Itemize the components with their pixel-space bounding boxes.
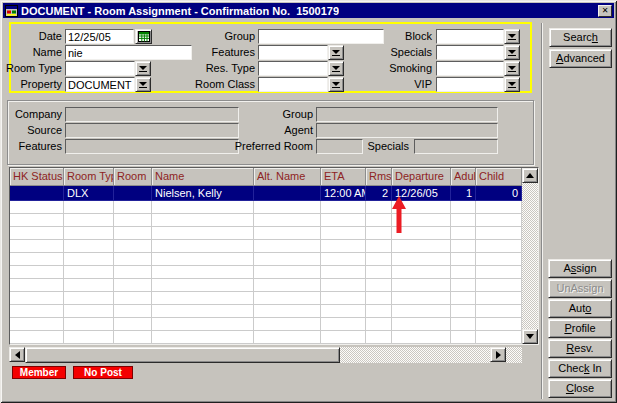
table-cell-empty xyxy=(10,279,64,292)
table-row-empty[interactable] xyxy=(10,227,538,240)
table-cell-empty xyxy=(366,331,392,344)
header-rms: Rms xyxy=(366,168,392,186)
table-cell-empty xyxy=(254,253,321,266)
resv-button[interactable]: Resv. xyxy=(548,339,612,358)
table-cell-empty xyxy=(152,305,254,318)
table-cell-empty xyxy=(451,227,476,240)
table-cell-empty xyxy=(152,292,254,305)
room-class-dropdown-button[interactable] xyxy=(328,77,344,92)
room-type-input[interactable] xyxy=(65,61,135,76)
table-cell-empty xyxy=(152,279,254,292)
res-type-dropdown-button[interactable] xyxy=(328,61,344,76)
chevron-down-icon xyxy=(508,82,516,86)
block-dropdown-button[interactable] xyxy=(504,29,520,44)
table-cell-empty xyxy=(366,318,392,331)
table-cell-empty xyxy=(10,214,64,227)
date-input[interactable] xyxy=(65,29,134,44)
calendar-button[interactable] xyxy=(135,29,152,44)
table-cell-empty xyxy=(451,318,476,331)
cell-child: 0 xyxy=(476,186,522,201)
smoking-dropdown-button[interactable] xyxy=(504,61,520,76)
table-row-empty[interactable] xyxy=(10,240,538,253)
table-cell-empty xyxy=(321,201,366,214)
name-input[interactable] xyxy=(65,45,192,60)
vip-dropdown-button[interactable] xyxy=(504,77,520,92)
room-type-dropdown-button[interactable] xyxy=(135,61,151,76)
table-cell-empty xyxy=(321,253,366,266)
scroll-up-button[interactable] xyxy=(522,168,538,183)
title-bar[interactable]: DOCUMENT - Room Assignment - Confirmatio… xyxy=(3,3,614,18)
check-in-button[interactable]: Check In xyxy=(548,359,612,378)
profile-button[interactable]: Profile xyxy=(548,319,612,338)
group-input[interactable] xyxy=(258,29,384,44)
table-row-empty[interactable] xyxy=(10,266,538,279)
chevron-down-icon xyxy=(332,50,340,54)
table-cell-empty xyxy=(64,253,114,266)
chevron-down-icon xyxy=(508,34,516,38)
info-features-label: Features xyxy=(2,140,62,153)
scroll-left-button[interactable] xyxy=(9,347,25,362)
header-name: Name xyxy=(152,168,254,186)
table-row-empty[interactable] xyxy=(10,279,538,292)
vertical-scroll-track[interactable] xyxy=(522,183,538,329)
table-cell-empty xyxy=(64,279,114,292)
table-row-empty[interactable] xyxy=(10,318,538,331)
preferred-room-field xyxy=(316,139,363,154)
table-cell-empty xyxy=(254,201,321,214)
features-input[interactable] xyxy=(258,45,328,60)
auto-button[interactable]: Auto xyxy=(548,299,612,318)
specials-input[interactable] xyxy=(436,45,504,60)
calendar-icon xyxy=(138,31,150,42)
table-row-empty[interactable] xyxy=(10,201,538,214)
table-cell-empty xyxy=(366,253,392,266)
table-cell-empty xyxy=(392,279,451,292)
close-button[interactable]: Close xyxy=(548,379,612,398)
horizontal-scroll-thumb[interactable] xyxy=(25,347,340,363)
table-cell-empty xyxy=(476,292,522,305)
table-row-empty[interactable] xyxy=(10,253,538,266)
table-cell-empty xyxy=(476,253,522,266)
property-dropdown-button[interactable] xyxy=(135,77,151,92)
table-cell-empty xyxy=(476,266,522,279)
table-cell-empty xyxy=(10,240,64,253)
table-row-empty[interactable] xyxy=(10,331,538,344)
company-field xyxy=(65,107,239,122)
app-icon xyxy=(5,5,18,17)
scroll-right-button[interactable] xyxy=(490,347,506,362)
table-cell-empty xyxy=(451,279,476,292)
table-cell-empty xyxy=(451,305,476,318)
horizontal-scroll-track[interactable] xyxy=(340,347,490,363)
scroll-down-button[interactable] xyxy=(522,329,538,344)
features-dropdown-button[interactable] xyxy=(328,45,344,60)
table-cell-empty xyxy=(366,292,392,305)
table-row-empty[interactable] xyxy=(10,292,538,305)
arrow-down-icon xyxy=(526,334,534,339)
scrollbar-corner xyxy=(506,347,522,363)
table-cell-empty xyxy=(64,331,114,344)
table-cell-empty xyxy=(476,201,522,214)
table-cell-empty xyxy=(321,266,366,279)
table-cell-empty xyxy=(10,253,64,266)
horizontal-scrollbar[interactable] xyxy=(9,347,506,363)
table-row-empty[interactable] xyxy=(10,214,538,227)
date-label: Date xyxy=(2,30,62,43)
header-adult: Adult xyxy=(451,168,476,186)
vertical-scrollbar[interactable] xyxy=(522,168,538,344)
room-class-input[interactable] xyxy=(258,77,328,92)
specials-dropdown-button[interactable] xyxy=(504,45,520,60)
res-type-input[interactable] xyxy=(258,61,328,76)
table-cell-empty xyxy=(476,305,522,318)
advanced-button[interactable]: Advanced xyxy=(549,49,612,68)
smoking-input[interactable] xyxy=(436,61,504,76)
search-button[interactable]: Search xyxy=(549,28,612,47)
close-icon[interactable]: ✕ xyxy=(598,5,612,17)
vip-input[interactable] xyxy=(436,77,504,92)
table-cell-empty xyxy=(392,331,451,344)
table-cell-empty xyxy=(152,227,254,240)
property-input[interactable] xyxy=(65,77,135,92)
assign-button[interactable]: Assign xyxy=(548,259,612,278)
table-row-selected[interactable]: DLX Nielsen, Kelly 12:00 AM 2 12/26/05 1… xyxy=(10,186,538,201)
vip-label: VIP xyxy=(368,78,432,91)
block-input[interactable] xyxy=(436,29,504,44)
table-row-empty[interactable] xyxy=(10,305,538,318)
